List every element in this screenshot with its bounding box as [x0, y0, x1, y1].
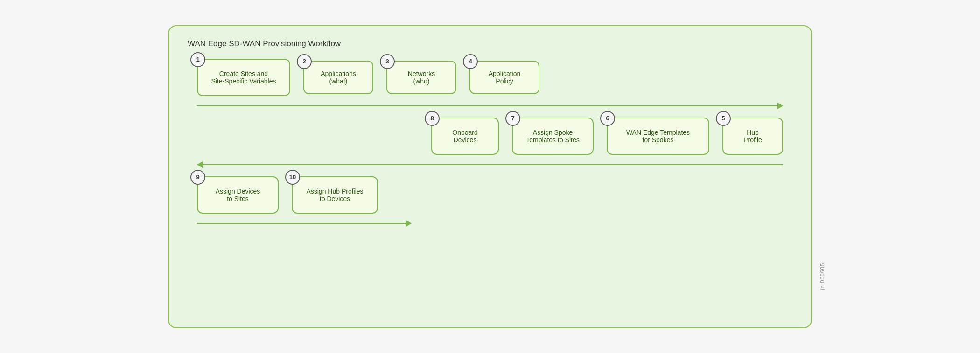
- step-1-label: Create Sites andSite-Specific Variables: [211, 70, 276, 85]
- step-2-number: 2: [297, 54, 312, 69]
- step-1-number: 1: [190, 52, 205, 67]
- step-1-box: 1 Create Sites andSite-Specific Variable…: [197, 59, 290, 96]
- arrow-line-1: [197, 105, 777, 106]
- row-1: 1 Create Sites andSite-Specific Variable…: [197, 59, 792, 96]
- row-3: 9 Assign Devicesto Sites 10 Assign Hub P…: [197, 176, 792, 214]
- arrow-row-1: [197, 99, 783, 113]
- step-2-label: Applications(what): [321, 70, 356, 85]
- step-9-label: Assign Devicesto Sites: [216, 187, 260, 202]
- row-2: 5 HubProfile 6 WAN Edge Templatesfor Spo…: [188, 118, 783, 155]
- step-4-number: 4: [463, 54, 478, 69]
- step-3-box: 3 Networks(who): [386, 61, 456, 94]
- step-5-box: 5 HubProfile: [722, 118, 783, 155]
- step-10-box: 10 Assign Hub Profilesto Devices: [292, 176, 378, 214]
- step-5-label: HubProfile: [743, 129, 762, 144]
- step-6-number: 6: [600, 111, 615, 126]
- step-6-box: 6 WAN Edge Templatesfor Spokes: [607, 118, 709, 155]
- step-4-box: 4 ApplicationPolicy: [469, 61, 539, 94]
- arrow-right-3: [197, 220, 412, 227]
- arrow-row-3: [197, 216, 412, 230]
- arrow-head-3: [406, 220, 412, 227]
- arrow-row-2: [197, 158, 783, 172]
- step-9-number: 9: [190, 170, 205, 185]
- step-7-label: Assign SpokeTemplates to Sites: [526, 129, 579, 144]
- step-10-number: 10: [285, 170, 300, 185]
- step-9-box: 9 Assign Devicesto Sites: [197, 176, 279, 214]
- step-8-number: 8: [425, 111, 440, 126]
- step-4-label: ApplicationPolicy: [489, 70, 521, 85]
- arrow-left-2: [197, 161, 783, 168]
- step-2-box: 2 Applications(what): [303, 61, 373, 94]
- diagram-title: WAN Edge SD-WAN Provisioning Workflow: [188, 39, 792, 48]
- arrow-head-1: [777, 103, 783, 109]
- step-10-label: Assign Hub Profilesto Devices: [306, 187, 363, 202]
- step-8-box: 8 OnboardDevices: [431, 118, 499, 155]
- arrow-line-3: [197, 223, 406, 224]
- arrow-right-1: [197, 103, 783, 109]
- arrow-line-2: [203, 164, 783, 165]
- step-3-number: 3: [380, 54, 395, 69]
- step-3-label: Networks(who): [408, 70, 435, 85]
- step-5-number: 5: [716, 111, 731, 126]
- step-6-label: WAN Edge Templatesfor Spokes: [626, 129, 690, 144]
- diagram-container: WAN Edge SD-WAN Provisioning Workflow 1 …: [168, 25, 812, 328]
- step-7-box: 7 Assign SpokeTemplates to Sites: [512, 118, 594, 155]
- step-7-number: 7: [505, 111, 520, 126]
- step-8-label: OnboardDevices: [452, 129, 477, 144]
- watermark: jn-000605: [819, 263, 825, 290]
- arrow-head-2: [197, 161, 203, 168]
